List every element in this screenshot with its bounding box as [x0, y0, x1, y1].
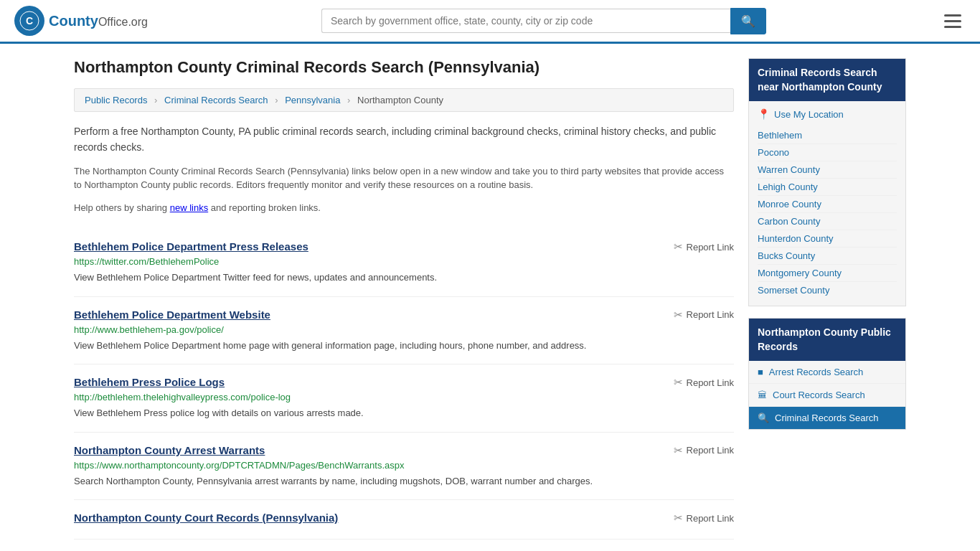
result-title[interactable]: Bethlehem Police Department Press Releas… [74, 240, 308, 253]
sidebar-section-public-records: Northampton County Public Records ■ Arre… [748, 318, 906, 430]
header: C CountyOffice.org 🔍 [0, 0, 980, 44]
result-title[interactable]: Northampton County Court Records (Pennsy… [74, 512, 338, 524]
location-pin-icon: 📍 [758, 108, 770, 120]
result-header: Bethlehem Police Department Website ✂ Re… [74, 309, 734, 321]
criminal-records-icon: 🔍 [758, 413, 769, 423]
result-description: Search Northampton County, Pennsylvania … [74, 474, 734, 489]
result-item: Bethlehem Police Department Website ✂ Re… [74, 297, 734, 365]
result-item: Northampton County Court Records (Pennsy… [74, 500, 734, 540]
sidebar-section-nearby: Criminal Records Search near Northampton… [748, 58, 906, 306]
report-icon: ✂ [674, 376, 683, 389]
logo-icon: C [14, 6, 44, 36]
sidebar-link-somerset-county[interactable]: Somerset County [758, 282, 897, 298]
result-description: View Bethlehem Police Department home pa… [74, 339, 734, 353]
result-url[interactable]: https://twitter.com/BethlehemPolice [74, 256, 734, 267]
result-description: View Bethlehem Police Department Twitter… [74, 270, 734, 285]
court-records-icon: 🏛 [758, 390, 767, 400]
report-icon: ✂ [674, 309, 683, 321]
breadcrumb-link[interactable]: Criminal Records Search [164, 95, 268, 105]
sidebar-link-hunterdon-county[interactable]: Hunterdon County [758, 230, 897, 248]
svg-text:C: C [26, 15, 33, 27]
sidebar-link-montgomery-county[interactable]: Montgomery County [758, 265, 897, 282]
page-title: Northampton County Criminal Records Sear… [74, 58, 734, 77]
description-2: The Northampton County Criminal Records … [74, 164, 734, 192]
search-button[interactable]: 🔍 [730, 8, 766, 34]
report-icon: ✂ [674, 444, 683, 457]
breadcrumb-current: Northampton County [357, 95, 443, 105]
sidebar-record-court[interactable]: 🏛 Court Records Search [749, 384, 905, 407]
sidebar-record-arrest[interactable]: ■ Arrest Records Search [749, 361, 905, 384]
main-container: Northampton County Criminal Records Sear… [60, 44, 920, 551]
result-header: Bethlehem Police Department Press Releas… [74, 240, 734, 253]
use-my-location-link[interactable]: 📍 Use My Location [758, 108, 897, 120]
arrest-records-icon: ■ [758, 367, 763, 377]
breadcrumb: Public Records › Criminal Records Search… [74, 88, 734, 112]
sidebar-link-bucks-county[interactable]: Bucks County [758, 248, 897, 265]
result-item: Bethlehem Press Police Logs ✂ Report Lin… [74, 364, 734, 433]
search-area: 🔍 [321, 8, 766, 34]
sidebar-link-carbon-county[interactable]: Carbon County [758, 213, 897, 230]
description-3: Help others by sharing new links and rep… [74, 201, 734, 215]
menu-button[interactable] [940, 10, 966, 32]
breadcrumb-link[interactable]: Public Records [85, 95, 147, 105]
new-links-link[interactable]: new links [170, 202, 208, 213]
sidebar-records-list: ■ Arrest Records Search 🏛 Court Records … [749, 361, 905, 429]
sidebar-link-warren-county[interactable]: Warren County [758, 161, 897, 179]
sidebar-link-monroe-county[interactable]: Monroe County [758, 196, 897, 213]
sidebar-section-header: Criminal Records Search near Northampton… [749, 59, 905, 101]
result-header: Bethlehem Press Police Logs ✂ Report Lin… [74, 376, 734, 389]
result-title[interactable]: Bethlehem Police Department Website [74, 309, 270, 321]
description-1: Perform a free Northampton County, PA pu… [74, 123, 734, 156]
report-icon: ✂ [674, 512, 683, 524]
sidebar: Criminal Records Search near Northampton… [748, 58, 906, 540]
result-item: Northampton County Arrest Warrants ✂ Rep… [74, 433, 734, 501]
sidebar-public-records-header: Northampton County Public Records [749, 319, 905, 361]
hamburger-line [944, 14, 961, 17]
hamburger-line [944, 26, 961, 28]
search-input[interactable] [321, 9, 730, 33]
result-url[interactable]: http://www.bethlehem-pa.gov/police/ [74, 324, 734, 335]
result-url[interactable]: http://bethlehem.thelehighvalleypress.co… [74, 392, 734, 402]
report-link[interactable]: ✂ Report Link [674, 444, 734, 457]
sidebar-link-bethlehem[interactable]: Bethlehem [758, 127, 897, 144]
sidebar-link-pocono[interactable]: Pocono [758, 144, 897, 161]
sidebar-record-criminal[interactable]: 🔍 Criminal Records Search [749, 407, 905, 429]
report-link[interactable]: ✂ Report Link [674, 240, 734, 253]
result-item: Bethlehem Police Department Press Releas… [74, 229, 734, 297]
result-header: Northampton County Court Records (Pennsy… [74, 512, 734, 524]
result-header: Northampton County Arrest Warrants ✂ Rep… [74, 444, 734, 457]
report-link[interactable]: ✂ Report Link [674, 376, 734, 389]
content-area: Northampton County Criminal Records Sear… [74, 58, 734, 540]
sidebar-section-content: 📍 Use My Location Bethlehem Pocono Warre… [749, 101, 905, 306]
report-link[interactable]: ✂ Report Link [674, 512, 734, 524]
report-icon: ✂ [674, 240, 683, 253]
logo-area: C CountyOffice.org [14, 6, 148, 36]
hamburger-line [944, 20, 961, 22]
results-list: Bethlehem Police Department Press Releas… [74, 229, 734, 540]
sidebar-link-lehigh-county[interactable]: Lehigh County [758, 179, 897, 196]
result-title[interactable]: Bethlehem Press Police Logs [74, 376, 225, 388]
logo-text: CountyOffice.org [49, 13, 148, 29]
breadcrumb-link[interactable]: Pennsylvania [285, 95, 340, 105]
result-title[interactable]: Northampton County Arrest Warrants [74, 444, 265, 456]
report-link[interactable]: ✂ Report Link [674, 309, 734, 321]
result-description: View Bethlehem Press police log with det… [74, 406, 734, 420]
result-url[interactable]: https://www.northamptoncounty.org/DPTCRT… [74, 460, 734, 471]
